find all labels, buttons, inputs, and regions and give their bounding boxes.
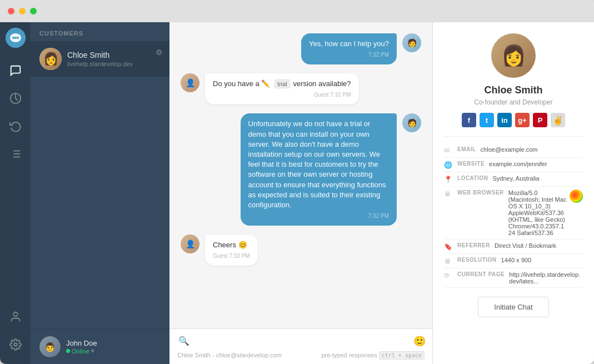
app-body: Customers 👩 Chloe Smith livehelp.stardev…: [0, 22, 594, 364]
referrer-value: Direct Visit / Bookmark: [495, 242, 556, 249]
agent-status: Online ▾: [66, 347, 97, 355]
agent-message-avatar: 🧑: [402, 113, 421, 132]
search-icon[interactable]: 🔍: [176, 333, 192, 348]
message-bubble: Unfortunately we do not have a trial or …: [241, 113, 397, 226]
browser-value: Mozilla/5.0 (Macintosh; Intel Mac OS X 1…: [508, 190, 567, 236]
info-row-resolution: 🖥 RESOLUTION 1440 x 900: [444, 254, 583, 268]
chrome-icon: [570, 190, 583, 203]
resolution-icon: 🖥: [444, 257, 453, 265]
referrer-icon: 🔖: [444, 243, 453, 251]
sidebar-logo: [6, 28, 26, 48]
message-text: Yes, how can I help you?: [309, 39, 389, 49]
linkedin-icon[interactable]: in: [497, 113, 512, 127]
initiate-chat-button[interactable]: Initiate Chat: [478, 297, 548, 317]
info-row-website: 🌐 WEBSITE example.com/jennifer: [444, 158, 583, 172]
svg-point-2: [12, 37, 14, 39]
svg-point-12: [13, 312, 17, 316]
maximize-button[interactable]: [30, 8, 37, 14]
message-row: Unfortunately we do not have a trial or …: [181, 113, 421, 226]
app-window: Customers 👩 Chloe Smith livehelp.stardev…: [0, 0, 594, 364]
title-bar: [0, 0, 594, 22]
customer-name: Chloe Smith: [67, 51, 161, 59]
message-text: Do you have a ✏️ trial version available…: [213, 79, 351, 89]
agent-info: John Doe Online ▾: [66, 339, 97, 355]
customer-item[interactable]: 👩 Chloe Smith livehelp.stardevelop.dev ⚙: [31, 41, 169, 77]
message-time: Guest 7:32 PM: [213, 91, 351, 99]
twitter-icon[interactable]: t: [480, 113, 494, 127]
message-text: Unfortunately we do not have a trial or …: [248, 119, 389, 210]
googleplus-icon[interactable]: g+: [515, 113, 530, 127]
message-row: Yes, how can I help you? 7:32 PM 🧑: [181, 33, 421, 64]
message-bubble: Cheers 😊 Guest 7:33 PM: [205, 235, 258, 266]
info-row-browser: 🖥 WEB BROWSER Mozilla/5.0 (Macintosh; In…: [444, 187, 583, 240]
website-icon: 🌐: [444, 161, 453, 169]
agent-name: John Doe: [66, 339, 97, 347]
email-value: chloe@example.com: [481, 146, 538, 153]
guest-message-avatar: 👤: [181, 235, 199, 253]
message-text: Cheers 😊: [213, 240, 250, 250]
pinterest-icon[interactable]: P: [533, 113, 547, 127]
message-bubble: Do you have a ✏️ trial version available…: [205, 73, 359, 104]
pencil-icon: ✏️: [261, 79, 270, 88]
sidebar-item-chat[interactable]: [0, 57, 31, 84]
chat-area: Yes, how can I help you? 7:32 PM 🧑 👤 Do …: [169, 22, 433, 364]
location-value: Sydney, Australia: [492, 175, 539, 182]
social-icons: f t in g+ P ✌️: [462, 113, 565, 127]
chat-input-row: 🔍 🙂: [176, 333, 426, 348]
sidebar-item-users[interactable]: [0, 303, 31, 331]
resolution-value: 1440 x 900: [501, 257, 531, 263]
email-icon: ✉: [444, 147, 453, 154]
facebook-icon[interactable]: f: [462, 113, 476, 127]
other-social-icon[interactable]: ✌️: [551, 113, 565, 127]
agent-avatar: 👨: [39, 336, 61, 357]
info-row-current-page: ⟳ CURRENT PAGE http://livehelp.stardevel…: [444, 268, 583, 288]
chat-footer-shortcut: pre-typed responses ctrl + space: [321, 352, 425, 358]
svg-point-4: [17, 37, 19, 39]
website-value: example.com/jennifer: [489, 161, 547, 167]
message-time: 7:32 PM: [309, 51, 389, 59]
info-row-location: 📍 LOCATION Sydney, Australia: [444, 172, 583, 187]
agent-status-bar: 👨 John Doe Online ▾: [31, 329, 169, 364]
message-time: 7:32 PM: [248, 212, 389, 220]
sidebar-item-analytics[interactable]: [0, 84, 31, 112]
svg-point-3: [14, 37, 17, 39]
close-button[interactable]: [8, 8, 14, 14]
chat-input[interactable]: [196, 337, 409, 345]
sidebar-item-settings[interactable]: [0, 331, 31, 358]
info-row-referrer: 🔖 REFERRER Direct Visit / Bookmark: [444, 240, 583, 254]
profile-avatar: 👩: [491, 33, 536, 78]
customer-avatar: 👩: [39, 48, 62, 70]
message-time: Guest 7:33 PM: [213, 252, 250, 260]
customer-email: livehelp.stardevelop.dev: [67, 61, 161, 67]
chat-messages: Yes, how can I help you? 7:32 PM 🧑 👤 Do …: [169, 22, 432, 328]
sidebar: [0, 22, 31, 364]
status-dot: [66, 349, 70, 353]
customers-header: Customers: [31, 22, 169, 41]
chat-footer-customer: Chloe Smith - chloe@stardevelop.com: [177, 352, 282, 358]
gear-icon[interactable]: ⚙: [156, 48, 163, 57]
message-row: 👤 Do you have a ✏️ trial version availab…: [181, 73, 421, 104]
message-row: 👤 Cheers 😊 Guest 7:33 PM: [181, 235, 421, 266]
profile-name: Chloe Smith: [484, 84, 542, 96]
current-page-icon: ⟳: [444, 272, 453, 280]
browser-icon-label: 🖥: [444, 190, 453, 198]
emoji-icon[interactable]: 🙂: [413, 335, 426, 347]
chat-input-area: 🔍 🙂 Chloe Smith - chloe@stardevelop.com …: [169, 328, 432, 364]
svg-point-13: [14, 343, 17, 346]
location-icon: 📍: [444, 176, 453, 183]
message-bubble: Yes, how can I help you? 7:32 PM: [301, 33, 397, 64]
customers-panel: Customers 👩 Chloe Smith livehelp.stardev…: [31, 22, 169, 364]
info-row-email: ✉ EMAIL chloe@example.com: [444, 143, 583, 158]
customer-info: Chloe Smith livehelp.stardevelop.dev: [67, 51, 161, 67]
minimize-button[interactable]: [19, 8, 26, 14]
sidebar-item-list[interactable]: [0, 140, 31, 168]
sidebar-item-history[interactable]: [0, 112, 31, 140]
agent-message-avatar: 🧑: [402, 33, 421, 52]
info-table: ✉ EMAIL chloe@example.com 🌐 WEBSITE exam…: [444, 136, 583, 288]
trial-tag: trial: [274, 79, 290, 88]
right-panel: 👩 Chloe Smith Co-founder and Developer f…: [433, 22, 594, 364]
guest-message-avatar: 👤: [181, 73, 199, 92]
chat-footer: Chloe Smith - chloe@stardevelop.com pre-…: [176, 348, 426, 360]
current-page-value: http://livehelp.stardevelop.dev/lates...: [509, 271, 583, 285]
profile-title: Co-founder and Developer: [474, 98, 552, 106]
